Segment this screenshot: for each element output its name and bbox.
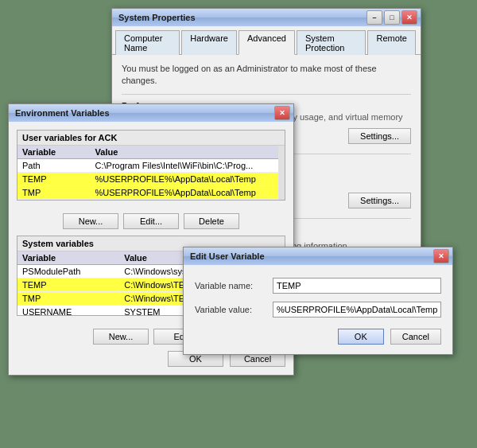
tab-remote[interactable]: Remote: [367, 30, 416, 55]
minimize-btn[interactable]: –: [366, 10, 382, 25]
var-name: TEMP: [17, 173, 91, 186]
var-name: TMP: [17, 292, 119, 306]
admin-note: You must be logged on as an Administrato…: [122, 63, 411, 88]
env-vars-title: Environment Variables: [15, 108, 110, 118]
titlebar-controls: – □ ✕: [366, 10, 417, 25]
user-delete-btn[interactable]: Delete: [184, 213, 239, 229]
user-vars-section: User variables for ACK Variable Value Pa…: [17, 130, 285, 201]
sys-new-btn[interactable]: New...: [93, 329, 149, 345]
tabs-bar: Computer Name Hardware Advanced System P…: [112, 26, 421, 55]
sys-col-variable: Variable: [17, 251, 119, 265]
tab-advanced[interactable]: Advanced: [238, 30, 295, 55]
table-row[interactable]: PathC:\Program Files\Intel\WiFi\bin\C:\P…: [17, 159, 278, 173]
edit-dialog-title: Edit User Variable: [190, 251, 265, 261]
edit-dialog-content: Variable name: Variable value: OK Cancel: [184, 265, 452, 354]
maximize-btn[interactable]: □: [384, 10, 400, 25]
edit-titlebar-controls: ✕: [433, 249, 449, 263]
var-name: TMP: [17, 186, 91, 200]
env-vars-titlebar: Environment Variables ✕: [9, 104, 293, 122]
tab-system-protection[interactable]: System Protection: [297, 30, 366, 55]
user-col-variable: Variable: [17, 146, 91, 159]
user-vars-header: User variables for ACK: [17, 131, 285, 146]
var-name-input[interactable]: [273, 278, 441, 294]
var-name: Path: [17, 159, 91, 173]
variable-value-row: Variable value:: [195, 302, 441, 317]
user-vars-buttons: New... Edit... Delete: [17, 208, 285, 229]
var-value: C:\Program Files\Intel\WiFi\bin\C:\Prog.…: [91, 159, 278, 173]
user-vars-table-wrapper[interactable]: Variable Value PathC:\Program Files\Inte…: [17, 146, 285, 200]
var-value-label: Variable value:: [195, 305, 266, 314]
tab-hardware[interactable]: Hardware: [181, 30, 237, 55]
var-name-label: Variable name:: [195, 281, 266, 290]
user-edit-btn[interactable]: Edit...: [123, 213, 179, 229]
system-props-titlebar: System Properties – □ ✕: [112, 9, 421, 26]
edit-cancel-btn[interactable]: Cancel: [390, 329, 441, 345]
env-close-btn[interactable]: ✕: [274, 106, 290, 120]
edit-dialog-titlebar: Edit User Variable ✕: [184, 247, 452, 265]
table-row[interactable]: TEMP%USERPROFILE%\AppData\Local\Temp: [17, 173, 278, 186]
edit-dialog-window: Edit User Variable ✕ Variable name: Vari…: [183, 247, 453, 355]
user-col-value: Value: [91, 146, 278, 159]
table-row[interactable]: TMP%USERPROFILE%\AppData\Local\Temp: [17, 186, 278, 200]
var-name: USERNAME: [17, 306, 119, 316]
user-profiles-settings-btn[interactable]: Settings...: [348, 193, 411, 208]
system-props-title: System Properties: [118, 13, 196, 22]
performance-settings-btn[interactable]: Settings...: [348, 128, 411, 144]
variable-name-row: Variable name:: [195, 278, 441, 294]
var-value: %USERPROFILE%\AppData\Local\Temp: [91, 186, 278, 200]
env-titlebar-controls: ✕: [274, 106, 290, 120]
user-new-btn[interactable]: New...: [63, 213, 118, 229]
var-name: PSModulePath: [17, 265, 119, 279]
edit-ok-btn[interactable]: OK: [338, 329, 384, 345]
var-name: TEMP: [17, 279, 119, 292]
var-value-input[interactable]: [273, 302, 441, 317]
var-value: %USERPROFILE%\AppData\Local\Temp: [91, 173, 278, 186]
user-vars-table: Variable Value PathC:\Program Files\Inte…: [17, 146, 278, 200]
edit-dialog-buttons: OK Cancel: [195, 329, 441, 345]
edit-close-btn[interactable]: ✕: [433, 249, 449, 263]
tab-computer-name[interactable]: Computer Name: [115, 30, 180, 55]
close-btn[interactable]: ✕: [401, 10, 417, 25]
